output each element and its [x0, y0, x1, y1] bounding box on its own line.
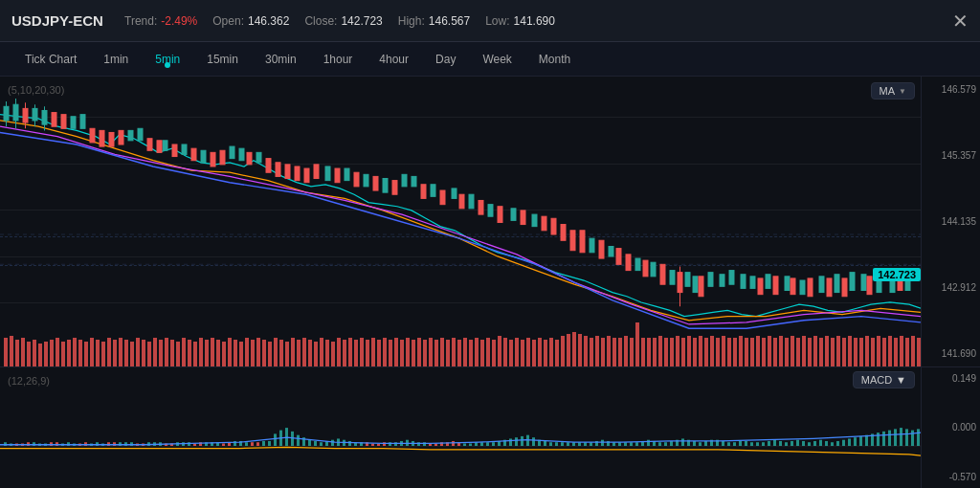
svg-rect-219 [653, 338, 657, 366]
svg-rect-182 [440, 338, 444, 366]
svg-rect-91 [616, 249, 621, 265]
svg-rect-60 [109, 132, 114, 146]
svg-rect-43 [750, 277, 755, 289]
svg-rect-421 [888, 430, 891, 445]
svg-rect-316 [285, 428, 288, 446]
svg-rect-252 [842, 338, 846, 366]
svg-rect-101 [808, 278, 813, 297]
svg-rect-192 [498, 336, 501, 366]
close-button[interactable]: ✕ [952, 11, 969, 31]
svg-rect-251 [836, 336, 840, 366]
svg-rect-340 [423, 442, 426, 446]
svg-rect-144 [222, 342, 226, 366]
svg-rect-402 [779, 441, 782, 446]
svg-rect-34 [635, 258, 640, 271]
svg-rect-110 [27, 342, 31, 366]
svg-rect-322 [320, 442, 323, 446]
svg-rect-223 [676, 336, 679, 366]
timeframe-1hour[interactable]: 1hour [310, 49, 367, 70]
svg-rect-407 [808, 442, 811, 446]
timeframe-month[interactable]: Month [525, 49, 584, 70]
svg-rect-202 [555, 340, 559, 366]
ma-params-label: (5,10,20,30) [8, 84, 64, 96]
svg-rect-217 [641, 338, 645, 366]
svg-rect-249 [825, 336, 829, 366]
svg-rect-71 [285, 165, 290, 179]
timeframe-bar: Tick Chart1min5min15min30min1hour4hourDa… [0, 42, 980, 77]
svg-rect-141 [205, 340, 209, 366]
svg-rect-31 [532, 214, 537, 227]
svg-rect-155 [285, 342, 289, 366]
timeframe-30min[interactable]: 30min [252, 49, 310, 70]
svg-rect-36 [670, 271, 675, 285]
timeframe-4hour[interactable]: 4hour [366, 49, 422, 70]
timeframe-1min[interactable]: 1min [90, 49, 142, 70]
svg-rect-104 [867, 277, 872, 295]
svg-rect-134 [165, 338, 168, 366]
svg-rect-69 [266, 159, 271, 173]
svg-rect-187 [469, 340, 473, 366]
svg-rect-351 [486, 442, 489, 446]
svg-rect-179 [423, 340, 427, 366]
svg-rect-19 [256, 152, 261, 162]
svg-rect-383 [670, 441, 673, 446]
svg-rect-157 [297, 340, 301, 366]
svg-rect-117 [67, 340, 71, 366]
svg-rect-48 [835, 275, 839, 293]
svg-rect-137 [182, 338, 186, 366]
svg-rect-225 [687, 336, 691, 366]
svg-rect-348 [469, 443, 472, 446]
svg-rect-68 [247, 152, 252, 165]
timeframe-15min[interactable]: 15min [193, 49, 252, 70]
svg-rect-389 [704, 441, 707, 446]
svg-rect-243 [791, 336, 794, 366]
svg-rect-28 [469, 194, 474, 209]
timeframe-tick-chart[interactable]: Tick Chart [11, 49, 90, 70]
svg-rect-17 [230, 146, 234, 159]
svg-rect-111 [33, 340, 36, 366]
svg-rect-410 [825, 441, 828, 446]
svg-rect-392 [722, 441, 724, 446]
svg-rect-126 [119, 338, 122, 366]
svg-rect-411 [831, 442, 834, 446]
svg-rect-162 [325, 340, 329, 366]
timeframe-week[interactable]: Week [469, 49, 524, 70]
svg-rect-65 [191, 148, 196, 161]
svg-rect-18 [239, 148, 244, 161]
svg-rect-39 [708, 273, 713, 287]
svg-rect-45 [785, 277, 790, 291]
svg-rect-56 [52, 113, 56, 127]
svg-rect-247 [813, 336, 817, 366]
svg-rect-135 [170, 340, 174, 366]
svg-rect-396 [745, 441, 747, 446]
svg-rect-38 [693, 277, 698, 293]
main-chart-y-axis: 146.579 145.357 144.135 142.912 141.690 [921, 77, 980, 366]
svg-rect-382 [664, 442, 667, 446]
macd-indicator-badge[interactable]: MACD ▼ [853, 371, 915, 388]
svg-rect-115 [56, 338, 59, 366]
svg-rect-376 [630, 442, 633, 446]
svg-rect-116 [61, 342, 65, 366]
svg-rect-205 [572, 332, 576, 366]
timeframe-5min[interactable]: 5min [142, 49, 193, 70]
svg-rect-207 [584, 336, 588, 366]
svg-rect-128 [130, 342, 134, 366]
timeframe-day[interactable]: Day [422, 49, 469, 70]
svg-rect-147 [239, 342, 243, 366]
svg-rect-381 [658, 442, 661, 446]
open-value: 146.362 [248, 14, 289, 28]
svg-rect-305 [222, 443, 225, 446]
svg-rect-129 [136, 338, 140, 366]
svg-rect-146 [234, 340, 237, 366]
svg-rect-24 [402, 174, 407, 187]
svg-rect-397 [750, 442, 753, 446]
ma-indicator-badge[interactable]: MA ▼ [871, 82, 915, 100]
svg-rect-414 [848, 438, 851, 446]
svg-rect-195 [515, 338, 519, 366]
svg-rect-420 [882, 432, 885, 446]
svg-rect-335 [394, 442, 397, 446]
svg-rect-260 [888, 336, 892, 366]
y-label-0: 146.579 [925, 84, 976, 95]
svg-rect-159 [308, 340, 312, 366]
macd-svg [0, 367, 921, 488]
